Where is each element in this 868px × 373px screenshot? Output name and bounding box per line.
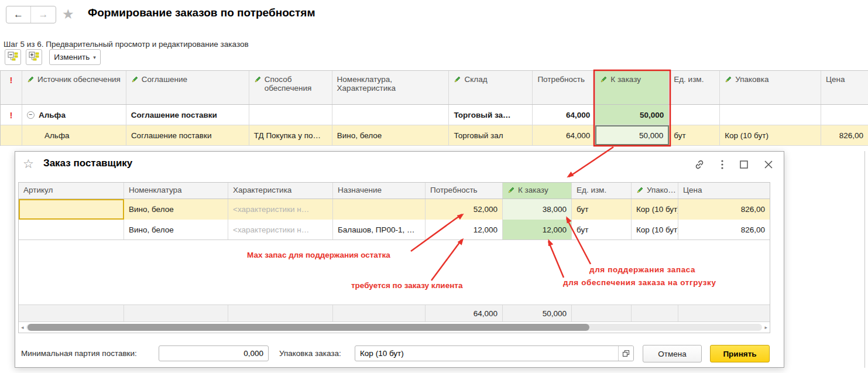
row2-price-cell[interactable]: 826,00 <box>678 220 770 239</box>
group-need-cell[interactable]: 64,000 <box>533 105 595 125</box>
group-agreement-cell[interactable]: Соглашение поставки <box>126 105 249 125</box>
row2-to-order-cell[interactable]: 12,000 <box>503 220 572 239</box>
group-warning-cell[interactable]: ! <box>1 105 22 125</box>
dlg-col-nomenclature[interactable]: Номенклатура <box>124 183 228 199</box>
collapse-all-button[interactable] <box>5 49 21 65</box>
main-col-to-order[interactable]: К заказу <box>595 71 669 104</box>
col-label: Упако… <box>647 186 676 194</box>
detail-agreement-cell[interactable]: Соглашение поставки <box>126 125 249 145</box>
main-col-warehouse[interactable]: Склад <box>449 71 533 104</box>
totals-to-order-cell: 50,000 <box>503 305 572 321</box>
link-icon[interactable] <box>694 159 705 170</box>
totals-package-cell <box>632 305 678 321</box>
dlg-col-package[interactable]: Упако… <box>632 183 678 199</box>
scroll-left-icon[interactable]: ◂ <box>21 325 24 330</box>
maximize-icon[interactable] <box>739 160 749 169</box>
group-price-cell[interactable] <box>821 105 868 125</box>
totals-nomenclature-cell <box>124 305 228 321</box>
pencil-icon <box>636 186 644 196</box>
detail-method-cell[interactable]: ТД Покупка у по… <box>249 125 332 145</box>
col-label: Склад <box>464 75 487 84</box>
group-source-cell[interactable]: −Альфа <box>22 105 126 125</box>
choose-package-button[interactable] <box>618 346 633 361</box>
favorite-star-icon[interactable]: ★ <box>62 6 74 22</box>
dialog-favorite-star-icon[interactable]: ☆ <box>23 157 34 171</box>
row2-nomenclature-cell[interactable]: Вино, белое <box>124 220 228 239</box>
col-label: К заказу <box>610 75 641 84</box>
group-nomenclature-cell[interactable] <box>332 105 450 125</box>
scrollbar-track[interactable] <box>26 324 763 331</box>
accept-button[interactable]: Принять <box>710 345 770 362</box>
detail-need-cell[interactable]: 64,000 <box>533 125 595 145</box>
supplier-order-dialog: ☆ Заказ поставщику Артикул Номенклатура … <box>15 151 784 368</box>
main-col-unit[interactable]: Ед. изм. <box>669 71 720 104</box>
main-col-price[interactable]: Цена <box>821 71 868 104</box>
row1-article-cell-selected[interactable] <box>19 199 124 220</box>
group-method-cell[interactable] <box>249 105 332 125</box>
detail-warning-cell[interactable] <box>1 125 22 145</box>
dlg-col-purpose[interactable]: Назначение <box>333 183 426 199</box>
close-icon[interactable] <box>764 160 773 169</box>
main-col-source[interactable]: Источник обеспечения <box>22 71 126 104</box>
row1-to-order-cell[interactable]: 38,000 <box>503 199 572 220</box>
main-col-method[interactable]: Способ обеспечения <box>249 71 332 104</box>
main-col-nomenclature[interactable]: Номенклатура, Характеристика <box>332 71 450 104</box>
row2-characteristic-cell[interactable]: <характеристики н… <box>228 220 333 239</box>
main-col-agreement[interactable]: Соглашение <box>126 71 249 104</box>
cancel-button[interactable]: Отмена <box>643 345 702 362</box>
detail-to-order-cell-selected[interactable]: 50,000 <box>595 125 669 145</box>
row1-need-cell[interactable]: 52,000 <box>426 199 503 220</box>
dialog-row-1[interactable]: Вино, белое <характеристики н… 52,000 38… <box>19 199 770 220</box>
scroll-right-icon[interactable]: ▸ <box>764 325 767 330</box>
row1-unit-cell[interactable]: бут <box>572 199 632 220</box>
row2-purpose-cell[interactable]: Балашов, ПР00-1, … <box>333 220 426 239</box>
back-button[interactable]: ← <box>6 6 31 23</box>
main-group-row[interactable]: ! −Альфа Соглашение поставки Торговый за… <box>1 105 868 125</box>
min-batch-input[interactable]: 0,000 <box>159 345 269 361</box>
group-package-cell[interactable] <box>720 105 821 125</box>
order-package-input[interactable]: Кор (10 бут) <box>355 345 634 361</box>
detail-source-cell[interactable]: Альфа <box>22 125 126 145</box>
main-col-package[interactable]: Упаковка <box>720 71 821 104</box>
row2-unit-cell[interactable]: бут <box>572 220 632 239</box>
nav-button-group: ← → <box>6 6 56 23</box>
row1-nomenclature-cell[interactable]: Вино, белое <box>124 199 228 220</box>
row1-characteristic-cell[interactable]: <характеристики н… <box>228 199 333 220</box>
row2-package-cell[interactable]: Кор (10 бут) <box>632 220 678 239</box>
main-col-warning[interactable]: ! <box>1 71 22 104</box>
edit-dropdown-button[interactable]: Изменить ▾ <box>49 49 101 65</box>
collapse-group-icon[interactable]: − <box>27 111 35 119</box>
detail-package-cell[interactable]: Кор (10 бут) <box>720 125 821 145</box>
more-menu-icon[interactable] <box>721 159 724 170</box>
row1-price-cell[interactable]: 826,00 <box>678 199 770 220</box>
totals-purpose-cell <box>333 305 426 321</box>
dlg-col-to-order[interactable]: К заказу <box>503 183 572 199</box>
main-col-need[interactable]: Потребность <box>533 71 595 104</box>
dialog-row-2[interactable]: Вино, белое <характеристики н… Балашов, … <box>19 220 770 240</box>
col-label: Способ обеспечения <box>265 75 327 93</box>
detail-price-cell[interactable]: 826,00 <box>821 125 868 145</box>
row1-purpose-cell[interactable] <box>333 199 426 220</box>
dlg-col-need[interactable]: Потребность <box>426 183 503 199</box>
horizontal-scrollbar: ◂ ▸ <box>19 322 770 333</box>
row2-need-cell[interactable]: 12,000 <box>426 220 503 239</box>
expand-all-button[interactable] <box>26 49 42 65</box>
detail-nomenclature-cell[interactable]: Вино, белое <box>332 125 450 145</box>
annotation-maintain-stock: для поддержания запаса <box>589 265 695 274</box>
edit-button-label: Изменить <box>54 53 90 61</box>
dlg-col-article[interactable]: Артикул <box>19 183 124 199</box>
group-unit-cell[interactable] <box>669 105 720 125</box>
main-detail-row[interactable]: Альфа Соглашение поставки ТД Покупка у п… <box>1 125 868 146</box>
dlg-col-price[interactable]: Цена <box>678 183 770 199</box>
row1-package-cell[interactable]: Кор (10 бут) <box>632 199 678 220</box>
annotation-shipment-order: для обеспечения заказа на отгрузку <box>563 278 716 287</box>
scrollbar-thumb[interactable] <box>28 324 589 331</box>
row2-article-cell[interactable] <box>19 220 124 239</box>
forward-button[interactable]: → <box>31 6 56 23</box>
dlg-col-characteristic[interactable]: Характеристика <box>228 183 333 199</box>
detail-warehouse-cell[interactable]: Торговый зал <box>449 125 533 145</box>
group-warehouse-cell[interactable]: Торговый за… <box>449 105 533 125</box>
group-to-order-cell[interactable]: 50,000 <box>595 105 669 125</box>
dlg-col-unit[interactable]: Ед. изм. <box>572 183 632 199</box>
detail-unit-cell[interactable]: бут <box>669 125 720 145</box>
